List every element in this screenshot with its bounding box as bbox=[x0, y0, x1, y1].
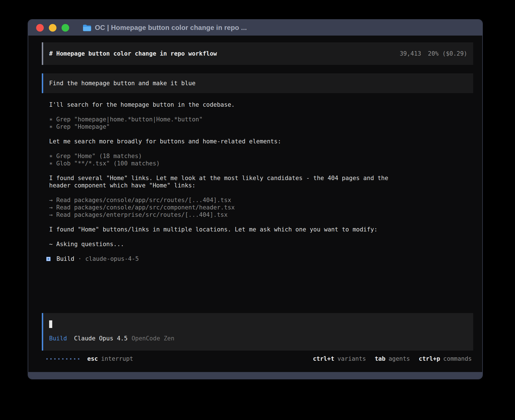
conversation-line: ∗ Grep "Home" (18 matches) bbox=[49, 152, 396, 160]
terminal-content: # Homepage button color change in repo w… bbox=[28, 36, 482, 372]
hint-key: tab bbox=[375, 355, 385, 362]
conversation-line bbox=[49, 108, 396, 116]
prompt-input[interactable]: Build Claude Opus 4.5 OpenCode Zen bbox=[42, 313, 473, 351]
hint-label: agents bbox=[389, 355, 410, 362]
right-hints: ctrl+t variants tab agents ctrl+p comman… bbox=[313, 355, 472, 362]
prompt-input-line[interactable] bbox=[49, 320, 467, 328]
hint-key: ctrl+t bbox=[313, 355, 334, 362]
conversation-line bbox=[49, 145, 396, 152]
agent-status-row: Build · claude-opus-4-5 bbox=[42, 255, 473, 262]
window-bottom-frame bbox=[28, 372, 482, 379]
agent-working-icon bbox=[46, 257, 51, 261]
titlebar: OC | Homepage button color change in rep… bbox=[28, 20, 482, 36]
session-cost: ($0.29) bbox=[442, 50, 467, 57]
input-agent-label: Build bbox=[49, 335, 67, 342]
window-title: OC | Homepage button color change in rep… bbox=[95, 24, 247, 32]
hint-commands: ctrl+p commands bbox=[419, 355, 472, 362]
conversation-line bbox=[49, 167, 396, 174]
zoom-button[interactable] bbox=[62, 24, 69, 32]
close-button[interactable] bbox=[36, 24, 44, 32]
conversation-line: → Read packages/console/app/src/routes/[… bbox=[49, 196, 396, 204]
input-model-label: Claude Opus 4.5 bbox=[74, 335, 128, 342]
text-cursor bbox=[49, 320, 52, 328]
conversation-line: ∗ Grep "Homepage" bbox=[49, 123, 396, 130]
terminal-window: OC | Homepage button color change in rep… bbox=[28, 19, 483, 379]
conversation-line: ~ Asking questions... bbox=[49, 240, 396, 248]
context-percent: 20% bbox=[428, 50, 439, 57]
hint-label: commands bbox=[443, 355, 472, 362]
hint-label: interrupt bbox=[101, 355, 133, 362]
minimize-button[interactable] bbox=[49, 24, 56, 32]
token-count: 39,413 bbox=[400, 50, 421, 57]
hint-interrupt: esc interrupt bbox=[87, 355, 133, 362]
session-stats: 39,413 20% ($0.29) bbox=[400, 50, 467, 57]
conversation-line bbox=[49, 189, 396, 196]
conversation-line bbox=[49, 130, 396, 138]
window-controls bbox=[36, 24, 69, 32]
hint-key: esc bbox=[87, 355, 98, 362]
hint-agents: tab agents bbox=[375, 355, 410, 362]
spinner-dot bbox=[74, 358, 75, 360]
session-header: # Homepage button color change in repo w… bbox=[42, 42, 473, 65]
agent-separator: · bbox=[78, 255, 82, 262]
conversation-line: I found several "Home" links. Let me loo… bbox=[49, 174, 396, 189]
conversation-line: → Read packages/console/app/src/componen… bbox=[49, 204, 396, 211]
spinner-dot bbox=[54, 358, 56, 360]
spinner-dot bbox=[78, 358, 79, 360]
spinner-dot bbox=[46, 358, 48, 360]
conversation-line: I'll search for the homepage button in t… bbox=[49, 101, 396, 108]
hint-key: ctrl+p bbox=[419, 355, 440, 362]
model-info-row: Build Claude Opus 4.5 OpenCode Zen bbox=[49, 335, 467, 342]
folder-icon bbox=[82, 24, 91, 31]
user-message-text: Find the homepage button and make it blu… bbox=[49, 80, 195, 87]
spinner-dots bbox=[46, 358, 79, 360]
hint-label: variants bbox=[337, 355, 366, 362]
spinner-dot bbox=[50, 358, 52, 360]
conversation-line: → Read packages/enterprise/src/routes/[.… bbox=[49, 211, 396, 218]
agent-name: Build bbox=[56, 255, 74, 262]
session-title: # Homepage button color change in repo w… bbox=[49, 50, 217, 57]
agent-model: claude-opus-4-5 bbox=[85, 255, 139, 262]
spinner-dot bbox=[66, 358, 67, 360]
conversation-line: ∗ Glob "**/*.tsx" (100 matches) bbox=[49, 160, 396, 167]
hint-variants: ctrl+t variants bbox=[313, 355, 366, 362]
user-message: Find the homepage button and make it blu… bbox=[42, 73, 473, 93]
conversation-line bbox=[49, 233, 396, 240]
spinner-dot bbox=[62, 358, 64, 360]
spinner-dot bbox=[58, 358, 60, 360]
conversation-line: ∗ Grep "homepage|home.*button|Home.*butt… bbox=[49, 116, 396, 123]
conversation-line bbox=[49, 218, 396, 226]
conversation-line: Let me search more broadly for buttons a… bbox=[49, 138, 396, 145]
input-provider-label: OpenCode Zen bbox=[132, 335, 174, 342]
conversation-line: I found "Home" buttons/links in multiple… bbox=[49, 226, 396, 233]
conversation: I'll search for the homepage button in t… bbox=[42, 101, 473, 248]
status-bar: esc interrupt ctrl+t variants tab agents… bbox=[42, 355, 473, 362]
spinner-dot bbox=[70, 358, 71, 360]
